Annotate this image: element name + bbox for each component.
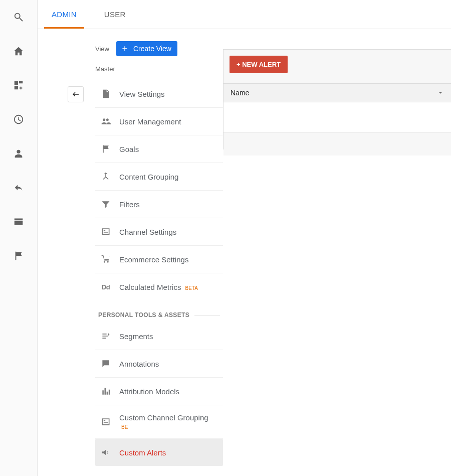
menu-item-label: Filters: [119, 200, 218, 209]
merge-icon: [100, 171, 111, 182]
segments-icon: [100, 331, 111, 342]
menu-item-calculated-metrics[interactable]: Dd Calculated Metrics BETA: [95, 273, 223, 300]
menu-item-label: Custom Alerts: [119, 448, 218, 457]
menu-item-view-settings[interactable]: View Settings: [95, 80, 223, 108]
menu-item-label: Channel Settings: [119, 228, 218, 236]
plus-icon: [120, 44, 129, 53]
card-icon[interactable]: [13, 216, 25, 228]
menu-item-label: Annotations: [119, 360, 218, 368]
beta-badge: BETA: [185, 285, 198, 291]
selected-view-name[interactable]: Master: [95, 62, 223, 78]
left-icon-rail: [0, 0, 38, 476]
menu-item-custom-channel-grouping[interactable]: Custom Channel Grouping BE: [95, 405, 223, 439]
new-alert-button[interactable]: + NEW ALERT: [230, 56, 288, 73]
menu-item-ecommerce-settings[interactable]: Ecommerce Settings: [95, 246, 223, 273]
menu-item-goals[interactable]: Goals: [95, 135, 223, 163]
tab-user[interactable]: USER: [104, 0, 126, 29]
menu-item-content-grouping[interactable]: Content Grouping: [95, 163, 223, 191]
bars-icon: [100, 386, 111, 397]
menu-item-label: Segments: [119, 332, 218, 341]
menu-item-attribution-models[interactable]: Attribution Models: [95, 378, 223, 405]
menu-item-label: Goals: [119, 145, 218, 153]
dd-icon: Dd: [100, 281, 111, 292]
section-title-personal-tools: PERSONAL TOOLS & ASSETS: [95, 300, 223, 323]
menu-item-channel-settings[interactable]: Channel Settings: [95, 218, 223, 246]
col-name: Name: [231, 89, 249, 97]
annotation-icon: [100, 358, 111, 369]
menu-item-user-management[interactable]: User Management: [95, 108, 223, 135]
back-arrow-icon: [71, 90, 80, 99]
menu-item-annotations[interactable]: Annotations: [95, 350, 223, 378]
page-icon: [100, 88, 111, 99]
menu-item-label: View Settings: [119, 90, 218, 98]
tabs-row: ADMIN USER: [38, 0, 451, 29]
menu-item-filters[interactable]: Filters: [95, 191, 223, 218]
view-label: View: [95, 45, 109, 53]
megaphone-icon: [100, 447, 111, 458]
sort-down-icon: [437, 89, 444, 96]
flag-icon[interactable]: [13, 250, 25, 262]
person-icon[interactable]: [13, 147, 25, 160]
alerts-table: Name: [223, 83, 451, 155]
back-button[interactable]: [68, 86, 84, 102]
menu-item-label: Ecommerce Settings: [119, 255, 218, 264]
filter-icon: [100, 199, 111, 210]
people-icon: [100, 116, 111, 127]
view-settings-list: View Settings User Management Goals Cont…: [95, 80, 223, 466]
cart-icon: [100, 254, 111, 265]
alerts-panel: + NEW ALERT Name: [223, 49, 451, 149]
conversion-icon[interactable]: [13, 182, 25, 194]
menu-item-label: User Management: [119, 117, 218, 126]
menu-item-label: Content Grouping: [119, 173, 218, 181]
view-column: View Create View Master: [95, 41, 223, 78]
menu-item-custom-alerts[interactable]: Custom Alerts: [95, 439, 223, 466]
create-view-button[interactable]: Create View: [116, 41, 177, 56]
create-view-label: Create View: [133, 45, 171, 53]
menu-item-label: Calculated Metrics BETA: [119, 283, 218, 291]
table-header[interactable]: Name: [223, 83, 451, 102]
home-icon[interactable]: [13, 45, 25, 57]
clock-icon[interactable]: [13, 113, 25, 125]
beta-badge: BE: [121, 424, 128, 430]
menu-item-label: Custom Channel Grouping BE: [119, 413, 218, 430]
table-body-empty: [223, 102, 451, 132]
flag-icon: [100, 143, 111, 154]
search-icon[interactable]: [13, 11, 25, 23]
table-footer: [223, 132, 451, 155]
channel-icon: [100, 226, 111, 237]
menu-item-label: Attribution Models: [119, 387, 218, 396]
channel-icon: [100, 416, 111, 427]
view-heading: View Create View: [95, 41, 223, 56]
tab-admin[interactable]: ADMIN: [52, 0, 77, 29]
dashboard-add-icon[interactable]: [13, 79, 25, 91]
menu-item-segments[interactable]: Segments: [95, 323, 223, 350]
